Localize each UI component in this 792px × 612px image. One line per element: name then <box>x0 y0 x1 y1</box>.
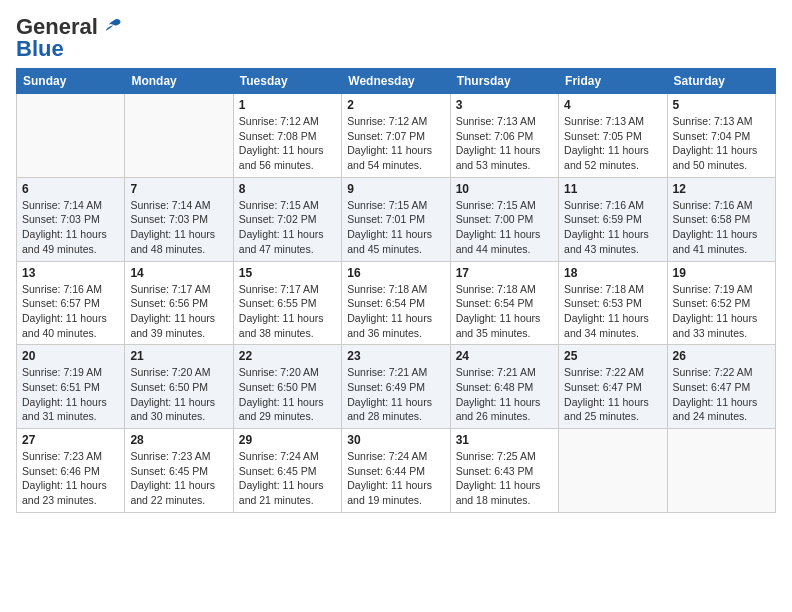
day-info: Sunrise: 7:12 AM Sunset: 7:07 PM Dayligh… <box>347 114 444 173</box>
calendar-empty-cell <box>125 94 233 178</box>
day-number: 15 <box>239 266 336 280</box>
day-info: Sunrise: 7:22 AM Sunset: 6:47 PM Dayligh… <box>673 365 770 424</box>
calendar-day-cell: 15Sunrise: 7:17 AM Sunset: 6:55 PM Dayli… <box>233 261 341 345</box>
calendar-empty-cell <box>17 94 125 178</box>
day-number: 11 <box>564 182 661 196</box>
day-number: 1 <box>239 98 336 112</box>
calendar-day-cell: 7Sunrise: 7:14 AM Sunset: 7:03 PM Daylig… <box>125 177 233 261</box>
day-number: 12 <box>673 182 770 196</box>
day-number: 25 <box>564 349 661 363</box>
calendar-empty-cell <box>559 429 667 513</box>
logo-general-text: General <box>16 16 98 38</box>
day-info: Sunrise: 7:23 AM Sunset: 6:46 PM Dayligh… <box>22 449 119 508</box>
day-info: Sunrise: 7:18 AM Sunset: 6:54 PM Dayligh… <box>456 282 553 341</box>
day-info: Sunrise: 7:19 AM Sunset: 6:52 PM Dayligh… <box>673 282 770 341</box>
weekday-header-friday: Friday <box>559 69 667 94</box>
calendar-day-cell: 16Sunrise: 7:18 AM Sunset: 6:54 PM Dayli… <box>342 261 450 345</box>
calendar-day-cell: 2Sunrise: 7:12 AM Sunset: 7:07 PM Daylig… <box>342 94 450 178</box>
day-info: Sunrise: 7:14 AM Sunset: 7:03 PM Dayligh… <box>130 198 227 257</box>
weekday-header-row: SundayMondayTuesdayWednesdayThursdayFrid… <box>17 69 776 94</box>
day-number: 28 <box>130 433 227 447</box>
day-info: Sunrise: 7:16 AM Sunset: 6:58 PM Dayligh… <box>673 198 770 257</box>
day-number: 23 <box>347 349 444 363</box>
calendar-day-cell: 29Sunrise: 7:24 AM Sunset: 6:45 PM Dayli… <box>233 429 341 513</box>
calendar-week-row: 1Sunrise: 7:12 AM Sunset: 7:08 PM Daylig… <box>17 94 776 178</box>
calendar-day-cell: 6Sunrise: 7:14 AM Sunset: 7:03 PM Daylig… <box>17 177 125 261</box>
day-number: 30 <box>347 433 444 447</box>
day-info: Sunrise: 7:18 AM Sunset: 6:53 PM Dayligh… <box>564 282 661 341</box>
calendar-day-cell: 1Sunrise: 7:12 AM Sunset: 7:08 PM Daylig… <box>233 94 341 178</box>
day-number: 16 <box>347 266 444 280</box>
day-info: Sunrise: 7:15 AM Sunset: 7:02 PM Dayligh… <box>239 198 336 257</box>
day-number: 3 <box>456 98 553 112</box>
day-info: Sunrise: 7:15 AM Sunset: 7:01 PM Dayligh… <box>347 198 444 257</box>
weekday-header-tuesday: Tuesday <box>233 69 341 94</box>
calendar-week-row: 20Sunrise: 7:19 AM Sunset: 6:51 PM Dayli… <box>17 345 776 429</box>
weekday-header-sunday: Sunday <box>17 69 125 94</box>
calendar-day-cell: 23Sunrise: 7:21 AM Sunset: 6:49 PM Dayli… <box>342 345 450 429</box>
calendar-empty-cell <box>667 429 775 513</box>
day-info: Sunrise: 7:19 AM Sunset: 6:51 PM Dayligh… <box>22 365 119 424</box>
day-number: 2 <box>347 98 444 112</box>
calendar-day-cell: 26Sunrise: 7:22 AM Sunset: 6:47 PM Dayli… <box>667 345 775 429</box>
calendar-day-cell: 27Sunrise: 7:23 AM Sunset: 6:46 PM Dayli… <box>17 429 125 513</box>
day-number: 10 <box>456 182 553 196</box>
day-info: Sunrise: 7:21 AM Sunset: 6:48 PM Dayligh… <box>456 365 553 424</box>
day-number: 26 <box>673 349 770 363</box>
calendar-day-cell: 25Sunrise: 7:22 AM Sunset: 6:47 PM Dayli… <box>559 345 667 429</box>
calendar-day-cell: 9Sunrise: 7:15 AM Sunset: 7:01 PM Daylig… <box>342 177 450 261</box>
weekday-header-saturday: Saturday <box>667 69 775 94</box>
day-number: 7 <box>130 182 227 196</box>
day-info: Sunrise: 7:22 AM Sunset: 6:47 PM Dayligh… <box>564 365 661 424</box>
day-number: 18 <box>564 266 661 280</box>
calendar-day-cell: 20Sunrise: 7:19 AM Sunset: 6:51 PM Dayli… <box>17 345 125 429</box>
calendar-day-cell: 21Sunrise: 7:20 AM Sunset: 6:50 PM Dayli… <box>125 345 233 429</box>
day-number: 24 <box>456 349 553 363</box>
day-number: 14 <box>130 266 227 280</box>
weekday-header-wednesday: Wednesday <box>342 69 450 94</box>
day-number: 4 <box>564 98 661 112</box>
calendar-day-cell: 4Sunrise: 7:13 AM Sunset: 7:05 PM Daylig… <box>559 94 667 178</box>
calendar-day-cell: 5Sunrise: 7:13 AM Sunset: 7:04 PM Daylig… <box>667 94 775 178</box>
calendar-day-cell: 3Sunrise: 7:13 AM Sunset: 7:06 PM Daylig… <box>450 94 558 178</box>
day-info: Sunrise: 7:24 AM Sunset: 6:45 PM Dayligh… <box>239 449 336 508</box>
calendar-week-row: 27Sunrise: 7:23 AM Sunset: 6:46 PM Dayli… <box>17 429 776 513</box>
day-info: Sunrise: 7:20 AM Sunset: 6:50 PM Dayligh… <box>239 365 336 424</box>
logo-blue-text: Blue <box>16 38 64 60</box>
calendar-day-cell: 18Sunrise: 7:18 AM Sunset: 6:53 PM Dayli… <box>559 261 667 345</box>
calendar-day-cell: 17Sunrise: 7:18 AM Sunset: 6:54 PM Dayli… <box>450 261 558 345</box>
day-info: Sunrise: 7:15 AM Sunset: 7:00 PM Dayligh… <box>456 198 553 257</box>
day-info: Sunrise: 7:18 AM Sunset: 6:54 PM Dayligh… <box>347 282 444 341</box>
logo-bird-icon <box>100 16 122 38</box>
day-number: 22 <box>239 349 336 363</box>
day-info: Sunrise: 7:14 AM Sunset: 7:03 PM Dayligh… <box>22 198 119 257</box>
day-info: Sunrise: 7:20 AM Sunset: 6:50 PM Dayligh… <box>130 365 227 424</box>
calendar-day-cell: 22Sunrise: 7:20 AM Sunset: 6:50 PM Dayli… <box>233 345 341 429</box>
calendar-day-cell: 31Sunrise: 7:25 AM Sunset: 6:43 PM Dayli… <box>450 429 558 513</box>
day-info: Sunrise: 7:21 AM Sunset: 6:49 PM Dayligh… <box>347 365 444 424</box>
day-info: Sunrise: 7:13 AM Sunset: 7:04 PM Dayligh… <box>673 114 770 173</box>
day-number: 31 <box>456 433 553 447</box>
day-number: 5 <box>673 98 770 112</box>
calendar-table: SundayMondayTuesdayWednesdayThursdayFrid… <box>16 68 776 513</box>
calendar-day-cell: 30Sunrise: 7:24 AM Sunset: 6:44 PM Dayli… <box>342 429 450 513</box>
calendar-day-cell: 14Sunrise: 7:17 AM Sunset: 6:56 PM Dayli… <box>125 261 233 345</box>
weekday-header-thursday: Thursday <box>450 69 558 94</box>
day-number: 19 <box>673 266 770 280</box>
calendar-week-row: 13Sunrise: 7:16 AM Sunset: 6:57 PM Dayli… <box>17 261 776 345</box>
day-info: Sunrise: 7:13 AM Sunset: 7:06 PM Dayligh… <box>456 114 553 173</box>
calendar-week-row: 6Sunrise: 7:14 AM Sunset: 7:03 PM Daylig… <box>17 177 776 261</box>
day-number: 8 <box>239 182 336 196</box>
calendar-day-cell: 24Sunrise: 7:21 AM Sunset: 6:48 PM Dayli… <box>450 345 558 429</box>
calendar-day-cell: 11Sunrise: 7:16 AM Sunset: 6:59 PM Dayli… <box>559 177 667 261</box>
day-number: 20 <box>22 349 119 363</box>
calendar-day-cell: 10Sunrise: 7:15 AM Sunset: 7:00 PM Dayli… <box>450 177 558 261</box>
day-number: 17 <box>456 266 553 280</box>
page-header: General Blue <box>16 16 776 60</box>
calendar-day-cell: 8Sunrise: 7:15 AM Sunset: 7:02 PM Daylig… <box>233 177 341 261</box>
calendar-day-cell: 13Sunrise: 7:16 AM Sunset: 6:57 PM Dayli… <box>17 261 125 345</box>
calendar-day-cell: 12Sunrise: 7:16 AM Sunset: 6:58 PM Dayli… <box>667 177 775 261</box>
day-number: 21 <box>130 349 227 363</box>
day-info: Sunrise: 7:25 AM Sunset: 6:43 PM Dayligh… <box>456 449 553 508</box>
day-number: 6 <box>22 182 119 196</box>
